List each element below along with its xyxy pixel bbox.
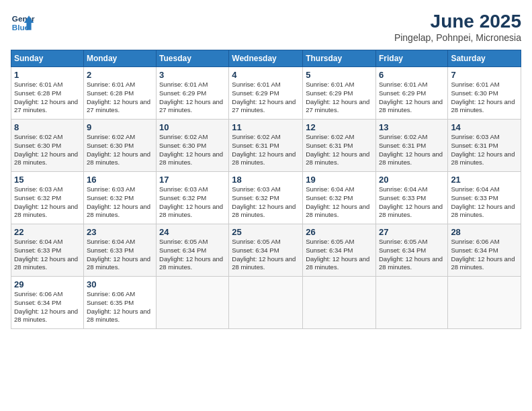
calendar-cell: 9Sunrise: 6:02 AM Sunset: 6:30 PM Daylig… xyxy=(83,120,156,172)
calendar-cell: 10Sunrise: 6:02 AM Sunset: 6:30 PM Dayli… xyxy=(157,120,229,172)
header-thursday: Thursday xyxy=(303,50,376,67)
calendar-cell: 23Sunrise: 6:04 AM Sunset: 6:33 PM Dayli… xyxy=(83,224,156,277)
page: General Blue June 2025 Pingelap, Pohnpei… xyxy=(0,0,532,411)
day-number: 19 xyxy=(306,175,373,185)
day-info: Sunrise: 6:05 AM Sunset: 6:34 PM Dayligh… xyxy=(379,238,445,272)
day-number: 3 xyxy=(159,70,226,80)
day-number: 2 xyxy=(87,70,153,80)
day-number: 12 xyxy=(306,122,373,132)
week-row-2: 8Sunrise: 6:02 AM Sunset: 6:30 PM Daylig… xyxy=(11,120,521,172)
header-friday: Friday xyxy=(375,50,447,67)
day-number: 8 xyxy=(14,122,81,132)
day-info: Sunrise: 6:06 AM Sunset: 6:35 PM Dayligh… xyxy=(87,290,153,324)
header: General Blue June 2025 Pingelap, Pohnpei… xyxy=(11,11,521,43)
weekday-header-row: Sunday Monday Tuesday Wednesday Thursday… xyxy=(11,50,521,67)
calendar-cell: 20Sunrise: 6:04 AM Sunset: 6:33 PM Dayli… xyxy=(375,172,447,224)
day-number: 11 xyxy=(232,122,300,132)
day-number: 25 xyxy=(232,227,300,237)
day-info: Sunrise: 6:02 AM Sunset: 6:30 PM Dayligh… xyxy=(159,133,226,167)
calendar-cell: 21Sunrise: 6:04 AM Sunset: 6:33 PM Dayli… xyxy=(448,172,521,224)
calendar-cell xyxy=(157,277,229,329)
calendar-cell: 28Sunrise: 6:06 AM Sunset: 6:34 PM Dayli… xyxy=(448,224,521,277)
calendar-cell: 4Sunrise: 6:01 AM Sunset: 6:29 PM Daylig… xyxy=(229,67,303,120)
day-number: 15 xyxy=(14,175,81,185)
day-number: 14 xyxy=(451,122,518,132)
day-info: Sunrise: 6:01 AM Sunset: 6:29 PM Dayligh… xyxy=(159,81,226,115)
day-info: Sunrise: 6:03 AM Sunset: 6:32 PM Dayligh… xyxy=(14,185,81,220)
header-tuesday: Tuesday xyxy=(157,50,229,67)
day-info: Sunrise: 6:04 AM Sunset: 6:33 PM Dayligh… xyxy=(379,185,445,220)
calendar-cell: 1Sunrise: 6:01 AM Sunset: 6:28 PM Daylig… xyxy=(11,67,84,120)
week-row-1: 1Sunrise: 6:01 AM Sunset: 6:28 PM Daylig… xyxy=(11,67,521,120)
day-info: Sunrise: 6:01 AM Sunset: 6:28 PM Dayligh… xyxy=(87,81,153,115)
day-info: Sunrise: 6:01 AM Sunset: 6:29 PM Dayligh… xyxy=(306,81,373,115)
day-info: Sunrise: 6:02 AM Sunset: 6:30 PM Dayligh… xyxy=(87,133,153,167)
day-info: Sunrise: 6:06 AM Sunset: 6:34 PM Dayligh… xyxy=(14,290,81,324)
day-info: Sunrise: 6:02 AM Sunset: 6:31 PM Dayligh… xyxy=(379,133,445,167)
day-info: Sunrise: 6:05 AM Sunset: 6:34 PM Dayligh… xyxy=(159,238,226,272)
calendar-cell: 3Sunrise: 6:01 AM Sunset: 6:29 PM Daylig… xyxy=(157,67,229,120)
day-number: 13 xyxy=(379,122,445,132)
day-info: Sunrise: 6:03 AM Sunset: 6:31 PM Dayligh… xyxy=(451,133,518,167)
header-wednesday: Wednesday xyxy=(229,50,303,67)
title-block: June 2025 Pingelap, Pohnpei, Micronesia xyxy=(394,11,521,43)
day-number: 9 xyxy=(87,122,153,132)
day-info: Sunrise: 6:04 AM Sunset: 6:33 PM Dayligh… xyxy=(451,185,518,220)
calendar-cell: 29Sunrise: 6:06 AM Sunset: 6:34 PM Dayli… xyxy=(11,277,84,329)
day-number: 5 xyxy=(306,70,373,80)
day-info: Sunrise: 6:01 AM Sunset: 6:28 PM Dayligh… xyxy=(14,81,81,115)
day-info: Sunrise: 6:03 AM Sunset: 6:32 PM Dayligh… xyxy=(159,185,226,220)
day-number: 22 xyxy=(14,227,81,237)
day-number: 16 xyxy=(87,175,153,185)
logo: General Blue xyxy=(11,11,35,35)
day-number: 7 xyxy=(451,70,518,80)
logo-icon: General Blue xyxy=(11,11,35,35)
calendar-cell xyxy=(448,277,521,329)
day-info: Sunrise: 6:05 AM Sunset: 6:34 PM Dayligh… xyxy=(306,238,373,272)
calendar-cell: 22Sunrise: 6:04 AM Sunset: 6:33 PM Dayli… xyxy=(11,224,84,277)
day-info: Sunrise: 6:06 AM Sunset: 6:34 PM Dayligh… xyxy=(451,238,518,272)
day-info: Sunrise: 6:04 AM Sunset: 6:33 PM Dayligh… xyxy=(87,238,153,272)
subtitle: Pingelap, Pohnpei, Micronesia xyxy=(394,32,521,43)
calendar-cell: 30Sunrise: 6:06 AM Sunset: 6:35 PM Dayli… xyxy=(83,277,156,329)
calendar-cell: 17Sunrise: 6:03 AM Sunset: 6:32 PM Dayli… xyxy=(157,172,229,224)
calendar-cell: 24Sunrise: 6:05 AM Sunset: 6:34 PM Dayli… xyxy=(157,224,229,277)
calendar-cell: 2Sunrise: 6:01 AM Sunset: 6:28 PM Daylig… xyxy=(83,67,156,120)
day-number: 6 xyxy=(379,70,445,80)
calendar-cell xyxy=(303,277,376,329)
day-number: 28 xyxy=(451,227,518,237)
calendar-cell: 16Sunrise: 6:03 AM Sunset: 6:32 PM Dayli… xyxy=(83,172,156,224)
day-info: Sunrise: 6:05 AM Sunset: 6:34 PM Dayligh… xyxy=(232,238,300,272)
day-info: Sunrise: 6:01 AM Sunset: 6:29 PM Dayligh… xyxy=(232,81,300,115)
calendar-cell: 14Sunrise: 6:03 AM Sunset: 6:31 PM Dayli… xyxy=(448,120,521,172)
day-number: 4 xyxy=(232,70,300,80)
calendar-cell: 26Sunrise: 6:05 AM Sunset: 6:34 PM Dayli… xyxy=(303,224,376,277)
day-info: Sunrise: 6:02 AM Sunset: 6:31 PM Dayligh… xyxy=(306,133,373,167)
calendar-cell xyxy=(375,277,447,329)
day-number: 24 xyxy=(159,227,226,237)
calendar-cell: 8Sunrise: 6:02 AM Sunset: 6:30 PM Daylig… xyxy=(11,120,84,172)
day-number: 1 xyxy=(14,70,81,80)
day-number: 18 xyxy=(232,175,300,185)
day-number: 30 xyxy=(87,279,153,289)
week-row-3: 15Sunrise: 6:03 AM Sunset: 6:32 PM Dayli… xyxy=(11,172,521,224)
day-info: Sunrise: 6:02 AM Sunset: 6:31 PM Dayligh… xyxy=(232,133,300,167)
day-number: 29 xyxy=(14,279,81,289)
calendar-cell: 13Sunrise: 6:02 AM Sunset: 6:31 PM Dayli… xyxy=(375,120,447,172)
day-info: Sunrise: 6:01 AM Sunset: 6:30 PM Dayligh… xyxy=(451,81,518,115)
day-info: Sunrise: 6:01 AM Sunset: 6:29 PM Dayligh… xyxy=(379,81,445,115)
day-info: Sunrise: 6:03 AM Sunset: 6:32 PM Dayligh… xyxy=(87,185,153,220)
calendar-cell: 5Sunrise: 6:01 AM Sunset: 6:29 PM Daylig… xyxy=(303,67,376,120)
calendar-cell: 15Sunrise: 6:03 AM Sunset: 6:32 PM Dayli… xyxy=(11,172,84,224)
calendar-cell xyxy=(229,277,303,329)
day-number: 27 xyxy=(379,227,445,237)
calendar-cell: 18Sunrise: 6:03 AM Sunset: 6:32 PM Dayli… xyxy=(229,172,303,224)
day-number: 23 xyxy=(87,227,153,237)
day-info: Sunrise: 6:04 AM Sunset: 6:32 PM Dayligh… xyxy=(306,185,373,220)
day-info: Sunrise: 6:04 AM Sunset: 6:33 PM Dayligh… xyxy=(14,238,81,272)
day-number: 20 xyxy=(379,175,445,185)
header-sunday: Sunday xyxy=(11,50,84,67)
header-monday: Monday xyxy=(83,50,156,67)
day-number: 17 xyxy=(159,175,226,185)
week-row-4: 22Sunrise: 6:04 AM Sunset: 6:33 PM Dayli… xyxy=(11,224,521,277)
